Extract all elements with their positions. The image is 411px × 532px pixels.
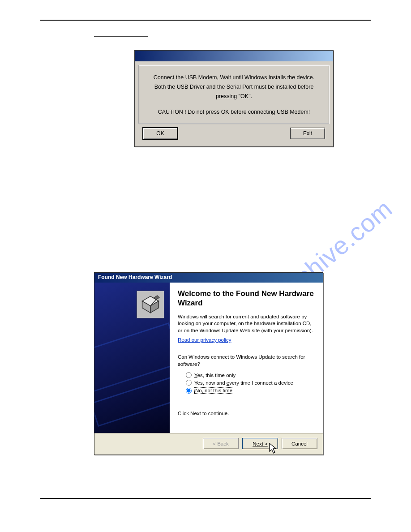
radio-input[interactable] bbox=[186, 380, 192, 386]
radio-input[interactable] bbox=[186, 372, 192, 378]
radio-input[interactable] bbox=[186, 388, 192, 394]
found-new-hardware-wizard: Found New Hardware Wizard Welcome to the… bbox=[94, 272, 323, 455]
dialog-body: Connect the USB Modem, Wait until Window… bbox=[138, 65, 330, 124]
dialog-text-line: Connect the USB Modem, Wait until Window… bbox=[144, 74, 324, 82]
wizard-heading: Welcome to the Found New Hardware Wizard bbox=[178, 289, 315, 308]
wizard-main-panel: Welcome to the Found New Hardware Wizard… bbox=[170, 283, 323, 433]
radio-group: Yes, this time only Yes, now and every t… bbox=[186, 372, 315, 394]
top-horizontal-rule bbox=[40, 20, 371, 21]
radio-yes-always[interactable]: Yes, now and every time I connect a devi… bbox=[186, 380, 315, 386]
wizard-button-row: < Back Next > Cancel bbox=[94, 433, 323, 455]
privacy-policy-link[interactable]: Read our privacy policy bbox=[178, 337, 231, 343]
dialog-text-line: Both the USB Driver and the Serial Port … bbox=[144, 83, 324, 91]
wizard-titlebar[interactable]: Found New Hardware Wizard bbox=[94, 273, 323, 283]
section-underline bbox=[94, 36, 148, 37]
radio-yes-once[interactable]: Yes, this time only bbox=[186, 372, 315, 378]
dialog-caution-text: CAUTION ! Do not press OK before connect… bbox=[144, 108, 324, 116]
ok-button[interactable]: OK bbox=[143, 128, 178, 139]
exit-button[interactable]: Exit bbox=[290, 128, 325, 139]
wizard-question: Can Windows connect to Windows Update to… bbox=[178, 354, 315, 368]
cancel-button[interactable]: Cancel bbox=[282, 438, 317, 449]
hardware-icon bbox=[137, 291, 164, 318]
radio-no[interactable]: No, not this time bbox=[186, 387, 315, 394]
wizard-description: Windows will search for current and upda… bbox=[178, 313, 315, 335]
bottom-horizontal-rule bbox=[40, 498, 371, 499]
dialog-titlebar[interactable] bbox=[135, 51, 333, 61]
next-button[interactable]: Next > bbox=[242, 438, 278, 449]
connect-usb-dialog: Connect the USB Modem, Wait until Window… bbox=[134, 50, 334, 147]
dialog-text-line: pressing "OK". bbox=[144, 93, 324, 100]
wizard-continue-text: Click Next to continue. bbox=[178, 411, 315, 416]
wizard-side-banner bbox=[94, 283, 170, 433]
dialog-button-row: OK Exit bbox=[135, 128, 333, 146]
back-button: < Back bbox=[203, 438, 239, 449]
